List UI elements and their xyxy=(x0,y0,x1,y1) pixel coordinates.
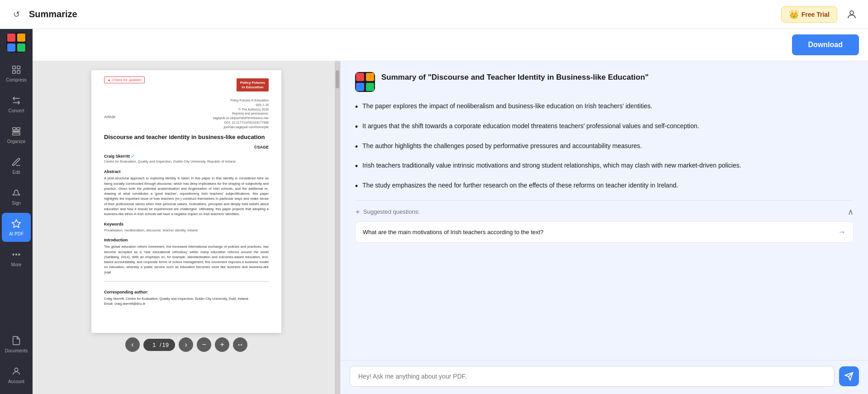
suggested-header: ✦ Suggested questions: ∧ xyxy=(355,207,854,217)
check-updates-label: Check for updates xyxy=(112,78,142,82)
svg-rect-10 xyxy=(13,127,16,130)
ai-header: Summary of "Discourse and Teacher Identi… xyxy=(355,72,854,92)
free-trial-button[interactable]: 👑 Free Trial xyxy=(781,6,837,23)
svg-marker-14 xyxy=(12,219,20,227)
pdf-page: ▲ Check for updates Policy Futures in Ed… xyxy=(91,70,281,333)
pdf-prev-button[interactable]: ‹ xyxy=(125,337,140,352)
svg-point-18 xyxy=(14,368,18,371)
svg-rect-4 xyxy=(7,43,15,52)
keywords-heading: Keywords xyxy=(104,222,269,226)
account-icon xyxy=(11,366,21,378)
svg-point-16 xyxy=(16,254,17,255)
compress-icon xyxy=(11,65,21,76)
pdf-toolbar: ‹ / 19 › − + ↔ xyxy=(42,333,331,358)
sidebar-item-documents[interactable]: Documents xyxy=(2,330,31,359)
ai-bullet-4: Irish teachers traditionally value intri… xyxy=(355,160,854,173)
svg-point-15 xyxy=(13,254,14,255)
pdf-zoom-in-button[interactable]: + xyxy=(215,337,229,352)
sidebar-item-organize-label: Organize xyxy=(7,139,26,144)
arrow-icon: → xyxy=(838,227,846,237)
sparkle-icon: ✦ xyxy=(355,208,360,216)
sidebar-item-compress-label: Compress xyxy=(6,78,27,82)
ai-bullet-1: The paper explores the impact of neolibe… xyxy=(355,101,854,114)
content-area: Download ▲ Check for updates Policy Futu… xyxy=(33,29,868,394)
panels: ▲ Check for updates Policy Futures in Ed… xyxy=(33,61,868,394)
suggested-question-1[interactable]: What are the main motivations of Irish t… xyxy=(355,221,854,243)
svg-rect-11 xyxy=(17,127,20,130)
svg-rect-7 xyxy=(17,66,20,68)
sign-icon xyxy=(11,188,21,199)
crown-icon: 👑 xyxy=(789,10,799,19)
abstract-heading: Abstract xyxy=(104,169,269,174)
pdf-fit-button[interactable]: ↔ xyxy=(233,337,247,352)
svg-point-0 xyxy=(850,11,854,14)
sidebar-item-more[interactable]: More xyxy=(2,244,31,273)
documents-icon xyxy=(11,336,21,347)
pdf-total-pages: 19 xyxy=(162,341,169,348)
suggested-section: ✦ Suggested questions: ∧ What are the ma… xyxy=(355,200,854,243)
svg-rect-13 xyxy=(13,133,20,135)
pdf-next-button[interactable]: › xyxy=(179,337,193,352)
pdf-author: Craig Skerritt ✓ xyxy=(104,154,269,159)
svg-rect-12 xyxy=(13,131,20,132)
pdf-page-separator: / xyxy=(160,341,161,348)
intro-text: The global education reform movement, th… xyxy=(104,244,269,275)
intro-heading: Introduction xyxy=(104,238,269,242)
journal-info: Policy Futures in Education 0(0) 1-19 © … xyxy=(213,98,269,130)
pdf-page-indicator: / 19 xyxy=(143,339,175,351)
sidebar: Compress Convert Organize Edit Sign xyxy=(0,29,33,394)
sidebar-item-edit[interactable]: Edit xyxy=(2,151,31,180)
chat-send-button[interactable] xyxy=(839,366,859,386)
download-button[interactable]: Download xyxy=(792,34,859,55)
sidebar-item-ai-pdf-label: AI PDF xyxy=(9,232,24,236)
sidebar-item-compress[interactable]: Compress xyxy=(2,59,31,88)
ai-panel: Summary of "Discourse and Teacher Identi… xyxy=(340,61,868,394)
sidebar-item-account[interactable]: Account xyxy=(2,360,31,389)
sage-logo: ©SAGE xyxy=(104,145,269,149)
corresponding-author-heading: Corresponding author: xyxy=(104,290,269,294)
pdf-zoom-out-button[interactable]: − xyxy=(197,337,211,352)
sidebar-item-convert-label: Convert xyxy=(8,109,24,113)
keywords-text: Privatisation, neoliberalism, discourse,… xyxy=(104,228,269,232)
svg-rect-2 xyxy=(7,34,15,42)
ai-summary-title: Summary of "Discourse and Teacher Identi… xyxy=(381,72,649,83)
article-label: Article xyxy=(104,115,115,119)
page-title: Summarize xyxy=(29,9,781,19)
ai-pdf-icon xyxy=(11,219,21,230)
sidebar-item-sign[interactable]: Sign xyxy=(2,182,31,211)
svg-rect-8 xyxy=(13,70,15,73)
svg-rect-20 xyxy=(356,73,364,81)
ai-bullet-5: The study emphasizes the need for furthe… xyxy=(355,180,854,193)
edit-icon xyxy=(11,157,21,168)
sidebar-item-ai-pdf[interactable]: AI PDF xyxy=(2,213,31,242)
pdf-page-input[interactable] xyxy=(150,341,159,348)
ai-bullet-3: The author highlights the challenges pos… xyxy=(355,141,854,154)
ai-content: Summary of "Discourse and Teacher Identi… xyxy=(341,61,868,360)
svg-rect-9 xyxy=(17,70,20,73)
ai-chat-input xyxy=(341,360,868,394)
corresponding-author-text: Craig Skerritt, Centre for Evaluation, Q… xyxy=(104,296,269,307)
app-logo[interactable] xyxy=(6,33,26,53)
back-button[interactable]: ↺ xyxy=(9,7,24,22)
chat-input[interactable] xyxy=(350,366,835,387)
ai-logo xyxy=(355,72,375,92)
suggested-collapse-button[interactable]: ∧ xyxy=(848,207,854,217)
svg-rect-23 xyxy=(366,83,374,91)
verified-icon: ✓ xyxy=(131,154,135,159)
suggested-label: ✦ Suggested questions: xyxy=(355,208,420,216)
pdf-scrollbar-thumb[interactable] xyxy=(336,70,339,88)
organize-icon xyxy=(11,126,21,138)
sidebar-item-sign-label: Sign xyxy=(12,201,21,206)
svg-rect-22 xyxy=(356,83,364,91)
abstract-text: A post-structural approach to exploring … xyxy=(104,176,269,216)
policy-badge: Policy Futures in Education xyxy=(237,78,269,91)
topbar: ↺ Summarize 👑 Free Trial xyxy=(0,0,868,29)
ai-bullet-2: It argues that the shift towards a corpo… xyxy=(355,121,854,134)
sidebar-item-convert[interactable]: Convert xyxy=(2,90,31,119)
pdf-scrollbar[interactable] xyxy=(335,61,340,394)
user-icon[interactable] xyxy=(844,7,859,22)
pdf-viewer[interactable]: ▲ Check for updates Policy Futures in Ed… xyxy=(33,61,340,394)
sidebar-item-edit-label: Edit xyxy=(12,170,20,175)
pdf-affiliation: Centre for Evaluation, Quality and Inspe… xyxy=(104,159,269,164)
sidebar-item-organize[interactable]: Organize xyxy=(2,120,31,149)
